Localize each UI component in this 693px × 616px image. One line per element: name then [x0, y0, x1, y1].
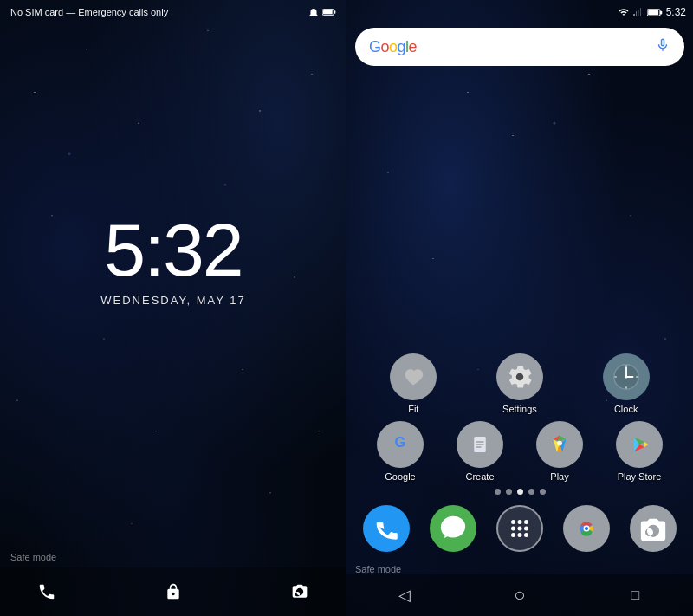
svg-point-44	[517, 533, 521, 537]
lock-safe-mode-label: Safe mode	[0, 547, 346, 567]
home-time: 5:32	[666, 6, 686, 18]
playstore-label: Play Store	[618, 471, 662, 482]
app-create[interactable]: Create	[457, 421, 503, 482]
lock-screen: No SIM card — Emergency calls only 5:32 …	[0, 0, 346, 616]
dock-messages-icon	[430, 505, 476, 552]
lock-bottom-bar	[0, 567, 346, 616]
google-letter-o1: o	[381, 38, 390, 55]
svg-point-41	[517, 527, 521, 531]
home-battery-icon	[647, 8, 663, 17]
dot-1	[495, 489, 501, 495]
fit-icon	[390, 353, 437, 400]
clock-icon	[603, 353, 650, 400]
svg-text:G: G	[395, 434, 406, 450]
nav-recent-button[interactable]: □	[621, 581, 649, 609]
app-playstore[interactable]: Play Store	[616, 421, 663, 482]
signal-icon	[633, 7, 644, 17]
create-icon	[457, 421, 503, 468]
google-letter-o2: o	[389, 38, 398, 55]
dock-camera-icon	[630, 505, 677, 552]
app-grid-row1: Fit Settings	[346, 353, 693, 418]
svg-point-45	[524, 533, 528, 537]
google-logo: Google	[369, 38, 417, 56]
home-status-right: 5:32	[618, 6, 686, 18]
app-clock[interactable]: Clock	[603, 353, 650, 414]
google-search-bar[interactable]: Google	[355, 28, 684, 66]
svg-rect-8	[660, 10, 662, 14]
dock-chrome-icon	[563, 505, 610, 552]
play-label: Play	[550, 471, 568, 482]
app-settings[interactable]: Settings	[496, 353, 543, 414]
dock-camera[interactable]	[621, 505, 684, 552]
svg-rect-9	[648, 10, 658, 14]
lock-icon[interactable]	[161, 580, 185, 604]
svg-point-43	[511, 533, 515, 537]
dot-5	[540, 489, 546, 495]
svg-point-42	[524, 527, 528, 531]
playstore-icon	[616, 421, 663, 468]
svg-point-38	[517, 520, 521, 524]
lock-clock-area: 5:32 WEDNESDAY, MAY 17	[0, 0, 346, 547]
lock-time: 5:32	[104, 212, 242, 287]
app-fit[interactable]: Fit	[390, 353, 437, 414]
dot-3	[517, 489, 523, 495]
dot-4	[528, 489, 534, 495]
dock-phone[interactable]	[355, 505, 418, 552]
play-icon	[536, 421, 583, 468]
app-play[interactable]: Play	[536, 421, 583, 482]
dock-apps[interactable]	[489, 505, 552, 552]
home-nav-bar: ◁ ○ □	[346, 574, 693, 616]
google-label: Google	[385, 471, 415, 482]
lock-camera-icon[interactable]	[288, 580, 312, 604]
settings-label: Settings	[502, 404, 537, 414]
google-letter-e: e	[409, 38, 418, 55]
svg-point-49	[585, 527, 588, 530]
dock-messages[interactable]	[422, 505, 485, 552]
dock-apps-icon	[496, 505, 543, 552]
dock-phone-icon	[363, 505, 410, 552]
app-google[interactable]: G Google	[377, 421, 424, 482]
svg-point-37	[511, 520, 515, 524]
nav-home-button[interactable]: ○	[506, 581, 534, 609]
dot-2	[506, 489, 512, 495]
wifi-icon	[618, 7, 630, 17]
home-status-bar: 5:32	[346, 0, 693, 24]
lock-phone-icon[interactable]	[35, 580, 59, 604]
dock-row	[346, 498, 693, 555]
lock-date: WEDNESDAY, MAY 17	[100, 294, 245, 307]
nav-back-button[interactable]: ◁	[391, 581, 418, 609]
home-content: Fit Settings	[346, 73, 693, 562]
home-screen: 5:32 Google Fit	[346, 0, 693, 616]
google-letter-g2: g	[398, 38, 406, 55]
app-grid-row2: G Google Create	[346, 418, 693, 485]
clock-label: Clock	[614, 404, 638, 414]
settings-icon	[496, 353, 543, 400]
svg-point-40	[511, 527, 515, 531]
dock-chrome[interactable]	[554, 505, 618, 552]
google-app-icon: G	[377, 421, 424, 468]
svg-point-34	[557, 441, 562, 446]
svg-point-11	[516, 373, 524, 381]
svg-point-39	[524, 520, 528, 524]
create-label: Create	[465, 471, 494, 482]
svg-point-16	[625, 376, 627, 379]
mic-icon[interactable]	[655, 36, 670, 59]
page-dots	[346, 485, 693, 498]
google-letter-g: G	[369, 38, 381, 55]
home-safe-mode-label: Safe mode	[346, 562, 693, 574]
fit-label: Fit	[408, 404, 418, 414]
